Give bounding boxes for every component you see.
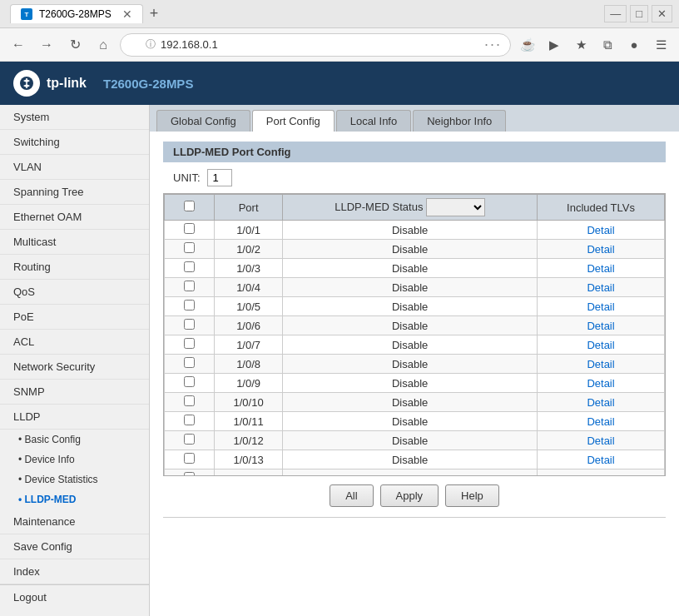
library-icon[interactable]: ⧉ bbox=[596, 33, 619, 57]
tab-local-info[interactable]: Local Info bbox=[336, 110, 411, 132]
row-checkbox[interactable] bbox=[184, 357, 195, 368]
detail-link[interactable]: Detail bbox=[587, 454, 614, 466]
apply-button[interactable]: Apply bbox=[380, 484, 439, 507]
sidebar: System Switching VLAN Spanning Tree Ethe… bbox=[0, 105, 150, 616]
sidebar-item-acl[interactable]: ACL bbox=[0, 330, 149, 355]
detail-link[interactable]: Detail bbox=[587, 339, 614, 351]
sidebar-item-vlan[interactable]: VLAN bbox=[0, 155, 149, 180]
row-checkbox[interactable] bbox=[184, 281, 195, 291]
forward-button[interactable]: → bbox=[35, 33, 58, 57]
row-checkbox[interactable] bbox=[184, 338, 195, 349]
back-button[interactable]: ← bbox=[7, 33, 30, 57]
sidebar-subitem-basic-config[interactable]: • Basic Config bbox=[0, 430, 149, 450]
cell-detail[interactable]: Detail bbox=[538, 374, 665, 393]
cell-detail[interactable]: Detail bbox=[538, 412, 665, 431]
detail-link[interactable]: Detail bbox=[587, 301, 614, 313]
detail-link[interactable]: Detail bbox=[587, 224, 614, 236]
sidebar-item-save-config[interactable]: Save Config bbox=[0, 534, 149, 559]
refresh-button[interactable]: ↻ bbox=[63, 33, 87, 57]
cell-detail[interactable]: Detail bbox=[538, 297, 665, 316]
detail-link[interactable]: Detail bbox=[587, 377, 614, 390]
detail-link[interactable]: Detail bbox=[587, 358, 614, 370]
bookmark-icon[interactable]: ☕ bbox=[516, 33, 539, 57]
shield-icon[interactable]: ▶ bbox=[543, 33, 566, 57]
menu-icon[interactable]: ☰ bbox=[649, 33, 672, 57]
star-icon[interactable]: ★ bbox=[569, 33, 592, 57]
address-more-btn[interactable]: ··· bbox=[484, 36, 502, 53]
sidebar-item-spanning-tree[interactable]: Spanning Tree bbox=[0, 180, 149, 205]
sidebar-subitem-device-statistics[interactable]: • Device Statistics bbox=[0, 469, 149, 489]
cell-detail[interactable]: Detail bbox=[538, 240, 665, 259]
table-row: 1/0/1DisableDetail bbox=[165, 221, 665, 240]
address-bar[interactable]: ⓘ 192.168.0.1 ··· bbox=[120, 33, 511, 57]
sidebar-item-network-security[interactable]: Network Security bbox=[0, 355, 149, 380]
cell-detail[interactable]: Detail bbox=[538, 469, 665, 477]
home-button[interactable]: ⌂ bbox=[92, 33, 115, 57]
all-button[interactable]: All bbox=[330, 484, 373, 507]
row-checkbox[interactable] bbox=[184, 223, 195, 234]
detail-link[interactable]: Detail bbox=[587, 415, 614, 428]
detail-link[interactable]: Detail bbox=[587, 320, 614, 332]
sidebar-item-index[interactable]: Index bbox=[0, 559, 149, 584]
row-checkbox[interactable] bbox=[184, 434, 195, 445]
sidebar-item-snmp[interactable]: SNMP bbox=[0, 380, 149, 405]
sidebar-subitem-device-info[interactable]: • Device Info bbox=[0, 450, 149, 469]
cell-detail[interactable]: Detail bbox=[538, 316, 665, 335]
sidebar-item-lldp[interactable]: LLDP bbox=[0, 405, 149, 430]
tab-port-config[interactable]: Port Config bbox=[252, 110, 335, 132]
row-checkbox[interactable] bbox=[184, 261, 195, 272]
detail-link[interactable]: Detail bbox=[587, 473, 614, 477]
logout-button[interactable]: Logout bbox=[0, 584, 149, 609]
detail-link[interactable]: Detail bbox=[587, 396, 614, 409]
select-all-checkbox[interactable] bbox=[184, 201, 195, 211]
sidebar-item-routing[interactable]: Routing bbox=[0, 255, 149, 280]
detail-link[interactable]: Detail bbox=[587, 262, 614, 275]
sidebar-item-maintenance[interactable]: Maintenance bbox=[0, 509, 149, 534]
account-icon[interactable]: ● bbox=[622, 33, 646, 57]
row-checkbox[interactable] bbox=[184, 300, 195, 310]
row-checkbox[interactable] bbox=[184, 415, 195, 425]
sidebar-item-multicast[interactable]: Multicast bbox=[0, 230, 149, 255]
row-checkbox[interactable] bbox=[184, 242, 195, 253]
detail-link[interactable]: Detail bbox=[587, 435, 614, 447]
cell-detail[interactable]: Detail bbox=[538, 393, 665, 412]
sidebar-item-ethernet-oam[interactable]: Ethernet OAM bbox=[0, 205, 149, 230]
security-icon: ⓘ bbox=[146, 37, 156, 52]
window-minimize[interactable]: — bbox=[604, 5, 627, 22]
status-dropdown[interactable]: Enable Disable bbox=[426, 198, 485, 216]
port-table-wrap[interactable]: Port LLDP-MED Status Enable Disable Incl… bbox=[163, 193, 666, 476]
sidebar-item-switching[interactable]: Switching bbox=[0, 130, 149, 155]
tab-neighbor-info[interactable]: Neighbor Info bbox=[413, 110, 506, 132]
help-button[interactable]: Help bbox=[445, 484, 499, 507]
sidebar-item-qos[interactable]: QoS bbox=[0, 280, 149, 305]
tab-global-config[interactable]: Global Config bbox=[156, 110, 250, 132]
sidebar-item-system[interactable]: System bbox=[0, 105, 149, 130]
row-checkbox[interactable] bbox=[184, 319, 195, 330]
detail-link[interactable]: Detail bbox=[587, 281, 614, 294]
table-row: 1/0/14DisableDetail bbox=[165, 469, 665, 477]
table-row: 1/0/13DisableDetail bbox=[165, 450, 665, 469]
tab-close-btn[interactable]: ✕ bbox=[122, 8, 132, 20]
sidebar-item-poe[interactable]: PoE bbox=[0, 305, 149, 330]
cell-detail[interactable]: Detail bbox=[538, 259, 665, 278]
detail-link[interactable]: Detail bbox=[587, 243, 614, 256]
divider bbox=[163, 517, 666, 518]
row-checkbox[interactable] bbox=[184, 376, 195, 387]
cell-detail[interactable]: Detail bbox=[538, 355, 665, 374]
cell-port: 1/0/5 bbox=[215, 297, 283, 316]
window-close[interactable]: ✕ bbox=[652, 5, 672, 22]
row-checkbox[interactable] bbox=[184, 453, 195, 464]
row-checkbox[interactable] bbox=[184, 472, 195, 476]
cell-detail[interactable]: Detail bbox=[538, 221, 665, 240]
window-maximize[interactable]: □ bbox=[630, 5, 648, 22]
table-row: 1/0/4DisableDetail bbox=[165, 278, 665, 297]
cell-detail[interactable]: Detail bbox=[538, 450, 665, 469]
browser-tab[interactable]: T T2600G-28MPS ✕ bbox=[10, 4, 143, 23]
cell-detail[interactable]: Detail bbox=[538, 431, 665, 450]
table-row: 1/0/7DisableDetail bbox=[165, 335, 665, 355]
new-tab-button[interactable]: + bbox=[143, 3, 165, 25]
row-checkbox[interactable] bbox=[184, 395, 195, 406]
sidebar-subitem-lldp-med[interactable]: • LLDP-MED bbox=[0, 489, 149, 509]
cell-detail[interactable]: Detail bbox=[538, 335, 665, 355]
cell-detail[interactable]: Detail bbox=[538, 278, 665, 297]
